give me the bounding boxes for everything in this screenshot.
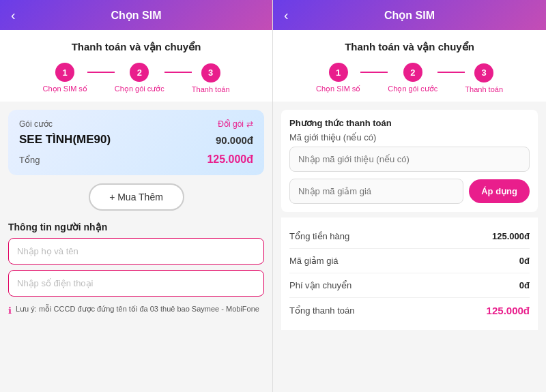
left-step-1-circle: 1	[55, 63, 74, 82]
left-header: ‹ Chọn SIM	[0, 0, 272, 30]
notice-text: Lưu ý: mỗi CCCD được đứng tên tối đa 03 …	[16, 305, 259, 314]
right-content: Phương thức thanh toán Mã giới thiệu (nế…	[273, 102, 546, 392]
right-step-2-circle: 2	[403, 63, 422, 82]
summary-row-2: Phí vận chuyển 0đ	[289, 273, 530, 298]
left-step-3-label: Thanh toán	[192, 85, 230, 93]
discount-input[interactable]	[289, 179, 463, 204]
total-row: Tổng 125.000đ	[19, 153, 253, 166]
summary-label-1: Mã giảm giá	[289, 256, 339, 266]
doi-goi-button[interactable]: Đổi gói ⇄	[218, 119, 253, 129]
right-step-3-label: Thanh toán	[465, 85, 503, 93]
payment-method-title: Phương thức thanh toán	[289, 118, 530, 128]
left-panel: ‹ Chọn SIM Thanh toán và vận chuyển 1 Ch…	[0, 0, 273, 392]
right-step-line-2	[437, 72, 465, 73]
package-name: SEE TÌNH(ME90)	[19, 133, 111, 147]
summary-value-3: 125.000đ	[487, 305, 530, 316]
right-page-title: Thanh toán và vận chuyển	[281, 41, 538, 53]
left-step-1: 1 Chọn SIM số	[43, 63, 87, 93]
total-label: Tổng	[19, 155, 40, 165]
summary-row-3: Tổng thanh toán 125.000đ	[289, 298, 530, 323]
summary-value-0: 125.000đ	[492, 231, 530, 241]
package-header: Gói cước Đổi gói ⇄	[19, 119, 253, 129]
ref-code-input[interactable]	[289, 147, 530, 172]
summary-value-1: 0đ	[519, 256, 530, 266]
right-header-title: Chọn SIM	[384, 9, 435, 22]
order-summary: Tổng tiền hàng 125.000đ Mã giảm giá 0đ P…	[281, 217, 538, 330]
left-step-2-label: Chọn gói cước	[115, 85, 164, 93]
summary-label-0: Tổng tiền hàng	[289, 231, 349, 241]
ap-dung-button[interactable]: Áp dụng	[469, 179, 530, 203]
left-back-button[interactable]: ‹	[11, 7, 16, 23]
right-steps-container: Thanh toán và vận chuyển 1 Chọn SIM số 2…	[273, 30, 546, 102]
recipient-section-title: Thông tin người nhận	[8, 222, 264, 232]
left-step-3: 3 Thanh toán	[192, 63, 230, 93]
left-step-2-circle: 2	[130, 63, 149, 82]
right-panel: ‹ Chọn SIM Thanh toán và vận chuyển 1 Ch…	[273, 0, 546, 392]
right-header: ‹ Chọn SIM	[273, 0, 546, 30]
summary-label-3: Tổng thanh toán	[289, 305, 354, 316]
summary-value-2: 0đ	[519, 280, 530, 290]
right-step-3-circle: 3	[474, 63, 493, 82]
left-step-1-label: Chọn SIM số	[43, 85, 87, 93]
right-steps: 1 Chọn SIM số 2 Chọn gói cước 3 Thanh to…	[281, 63, 538, 93]
info-icon: ℹ	[8, 305, 12, 316]
phone-input[interactable]	[8, 270, 264, 297]
summary-row-0: Tổng tiền hàng 125.000đ	[289, 224, 530, 249]
notice: ℹ Lưu ý: mỗi CCCD được đứng tên tối đa 0…	[8, 305, 264, 316]
right-step-1-circle: 1	[329, 63, 348, 82]
ref-code-label: Mã giới thiệu (nếu có)	[289, 132, 530, 142]
right-step-line-1	[360, 72, 388, 73]
package-label: Gói cước	[19, 119, 53, 129]
left-steps: 1 Chọn SIM số 2 Chọn gói cước 3 Thanh to…	[8, 63, 264, 93]
left-step-line-1	[87, 72, 115, 73]
left-header-title: Chọn SIM	[111, 9, 162, 22]
package-name-row: SEE TÌNH(ME90) 90.000đ	[19, 133, 253, 147]
mua-them-button[interactable]: + Mua Thêm	[89, 183, 184, 211]
package-card: Gói cước Đổi gói ⇄ SEE TÌNH(ME90) 90.000…	[8, 110, 264, 175]
payment-section: Phương thức thanh toán Mã giới thiệu (nế…	[281, 110, 538, 212]
summary-label-2: Phí vận chuyển	[289, 280, 351, 290]
left-step-line-2	[164, 72, 192, 73]
left-steps-container: Thanh toán và vận chuyển 1 Chọn SIM số 2…	[0, 30, 272, 102]
left-page-title: Thanh toán và vận chuyển	[8, 41, 264, 53]
right-step-3: 3 Thanh toán	[465, 63, 503, 93]
right-back-button[interactable]: ‹	[284, 7, 289, 23]
name-input[interactable]	[8, 238, 264, 265]
right-step-1-label: Chọn SIM số	[316, 85, 360, 93]
right-step-1: 1 Chọn SIM số	[316, 63, 360, 93]
right-step-2-label: Chọn gói cước	[388, 85, 437, 93]
right-step-2: 2 Chọn gói cước	[388, 63, 437, 93]
package-price: 90.000đ	[216, 134, 253, 146]
left-step-3-circle: 3	[201, 63, 220, 82]
discount-row: Áp dụng	[289, 179, 530, 204]
left-step-2: 2 Chọn gói cước	[115, 63, 164, 93]
summary-row-1: Mã giảm giá 0đ	[289, 249, 530, 273]
left-content: Gói cước Đổi gói ⇄ SEE TÌNH(ME90) 90.000…	[0, 102, 272, 392]
total-amount: 125.000đ	[207, 153, 253, 166]
